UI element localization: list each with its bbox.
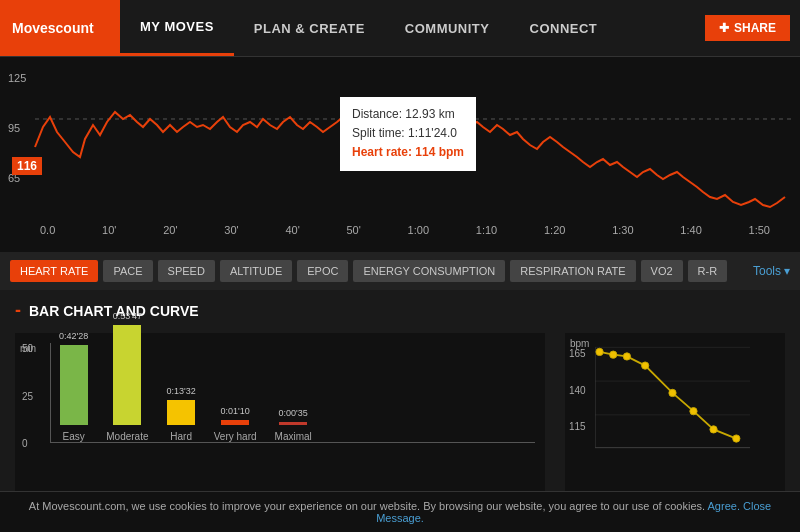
x-axis: 0.0 10' 20' 30' 40' 50' 1:00 1:10 1:20 1…: [0, 222, 800, 236]
svg-point-10: [669, 389, 676, 396]
svg-point-6: [596, 348, 603, 355]
svg-point-7: [610, 351, 617, 358]
heart-rate-chart: 125 95 65 116 Distance: 12.93 km Split t…: [0, 57, 800, 252]
metric-speed-btn[interactable]: SPEED: [158, 260, 215, 282]
nav-community[interactable]: COMMUNITY: [385, 0, 510, 56]
metric-heartrate-btn[interactable]: HEART RATE: [10, 260, 98, 282]
metric-epoc-btn[interactable]: EPOC: [297, 260, 348, 282]
chevron-down-icon: ▾: [784, 264, 790, 278]
bar-maximal-fill: [279, 422, 307, 425]
line-chart-svg: [595, 345, 750, 450]
bar-easy-fill: [60, 345, 88, 425]
metric-button-bar: HEART RATE PACE SPEED ALTITUDE EPOC ENER…: [0, 252, 800, 290]
metric-pace-btn[interactable]: PACE: [103, 260, 152, 282]
chart-svg: [30, 67, 800, 217]
tools-button[interactable]: Tools ▾: [753, 264, 790, 278]
main-nav: MY MOVES PLAN & CREATE COMMUNITY CONNECT: [120, 0, 705, 56]
bar-very-hard-fill: [221, 420, 249, 425]
cookie-text: At Movescount.com, we use cookies to imp…: [29, 500, 705, 512]
y-label-125: 125: [8, 72, 26, 84]
svg-point-12: [710, 426, 717, 433]
bar-chart-section: BAR CHART AND CURVE min 50 25 0 0:42'28 …: [0, 290, 800, 518]
metric-respiration-btn[interactable]: RESPIRATION RATE: [510, 260, 635, 282]
metric-vo2-btn[interactable]: VO2: [641, 260, 683, 282]
nav-plan-create[interactable]: PLAN & CREATE: [234, 0, 385, 56]
logo: Movescount: [0, 0, 120, 56]
cookie-bar: At Movescount.com, we use cookies to imp…: [0, 491, 800, 532]
bar-hard-fill: [167, 400, 195, 425]
y-label-95: 95: [8, 122, 20, 134]
charts-row: min 50 25 0 0:42'28 Easy 0:53'47: [15, 333, 785, 513]
nav-my-moves[interactable]: MY MOVES: [120, 0, 234, 56]
share-button[interactable]: ✚ SHARE: [705, 15, 790, 41]
svg-point-9: [642, 362, 649, 369]
bar-very-hard: 0:01'10 Very hard: [214, 406, 257, 442]
cookie-agree-link[interactable]: Agree.: [708, 500, 740, 512]
plus-icon: ✚: [719, 21, 729, 35]
svg-point-13: [733, 435, 740, 442]
bar-hard: 0:13'32 Hard: [167, 386, 196, 442]
bar-maximal: 0:00'35 Maximal: [275, 408, 312, 442]
metric-rr-btn[interactable]: R-R: [688, 260, 728, 282]
bar-moderate-fill: [113, 325, 141, 425]
bars-container: 0:42'28 Easy 0:53'47 Moderate 0:13'32: [50, 343, 535, 443]
metric-altitude-btn[interactable]: ALTITUDE: [220, 260, 292, 282]
line-chart: bpm 165 140 115: [565, 333, 785, 513]
bar-chart: min 50 25 0 0:42'28 Easy 0:53'47: [15, 333, 545, 513]
bar-easy: 0:42'28 Easy: [59, 331, 88, 442]
svg-point-11: [690, 408, 697, 415]
metric-energy-btn[interactable]: ENERGY CONSUMPTION: [353, 260, 505, 282]
nav-connect[interactable]: CONNECT: [510, 0, 618, 56]
header: Movescount MY MOVES PLAN & CREATE COMMUN…: [0, 0, 800, 57]
svg-point-8: [623, 353, 630, 360]
bar-moderate: 0:53'47 Moderate: [106, 311, 148, 442]
